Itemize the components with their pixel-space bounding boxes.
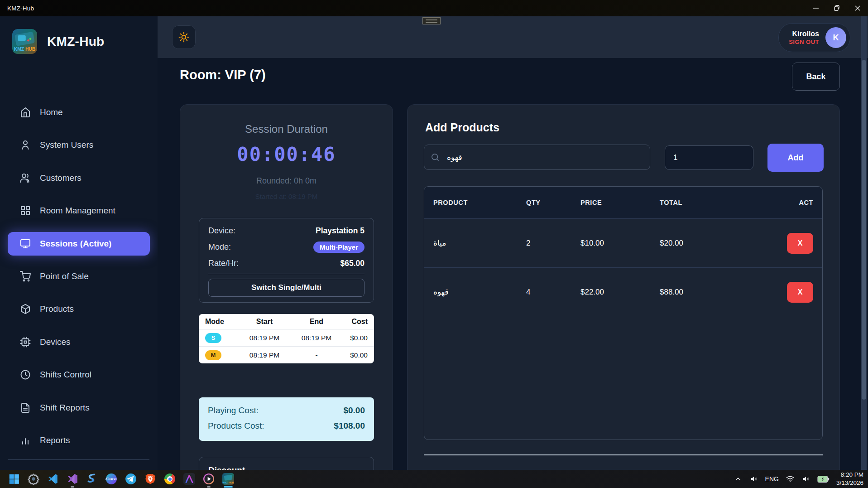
products-cost-value: $108.00	[334, 421, 365, 431]
product-qty: 2	[526, 239, 580, 248]
rate-value: $65.00	[340, 259, 364, 268]
remove-product-button[interactable]: X	[787, 282, 813, 303]
add-button[interactable]: Add	[767, 144, 824, 172]
remove-product-button[interactable]: X	[787, 233, 813, 254]
sidebar-nav: Home System Users Customers Room Managem…	[0, 101, 158, 461]
tray-chevron-up-icon[interactable]	[734, 474, 743, 483]
taskbar-icons: CanvaKMZ HUB	[8, 473, 234, 485]
search-icon	[431, 153, 440, 162]
product-qty: 4	[526, 288, 580, 297]
brave-icon[interactable]	[144, 473, 156, 485]
quantity-input[interactable]	[665, 145, 753, 170]
clock-icon	[20, 369, 31, 380]
products-cost-label: Products Cost:	[208, 421, 264, 431]
brand: KMZ HUB KMZ-Hub	[12, 29, 105, 54]
product-total: $88.00	[660, 288, 773, 297]
mode-history-table: Mode Start End Cost S 08:19 PM 08:19 PM …	[199, 314, 374, 363]
product-search-field[interactable]	[424, 145, 650, 170]
visual-studio-icon[interactable]	[67, 473, 78, 485]
running-indicator	[71, 486, 74, 488]
product-total: $20.00	[660, 239, 773, 248]
tray-language[interactable]: ENG	[765, 475, 779, 483]
home-icon	[20, 107, 31, 118]
restore-icon	[831, 3, 842, 14]
session-started-at: Started at: 08:19 PM	[180, 193, 393, 200]
kmz-hub-logo-icon: KMZ HUB	[12, 29, 37, 54]
topbar: Kirollos SIGN OUT K	[158, 16, 868, 58]
mode-type-badge: M	[205, 350, 221, 360]
discount-section: Discount	[199, 457, 374, 470]
monitor-icon	[20, 238, 31, 249]
start-icon[interactable]	[8, 473, 20, 485]
volume-icon[interactable]	[801, 474, 810, 483]
session-duration-title: Session Duration	[180, 123, 393, 135]
tray-speaker-icon[interactable]	[749, 474, 758, 483]
mode-type-badge: S	[205, 333, 221, 343]
back-button[interactable]: Back	[792, 63, 840, 91]
device-label: Device:	[208, 226, 235, 236]
mode-cost: $0.00	[342, 351, 368, 359]
products-table: PRODUCT QTY PRICE TOTAL ACT مياة 2 $10.0…	[424, 186, 823, 440]
product-row: قهوه 4 $22.00 $88.00 X	[424, 267, 822, 316]
wifi-icon[interactable]	[786, 474, 795, 483]
window-titlebar[interactable]: KMZ-Hub	[0, 0, 868, 16]
sign-out-button[interactable]: SIGN OUT	[789, 39, 819, 46]
add-products-title: Add Products	[425, 121, 499, 134]
close-button[interactable]	[847, 0, 868, 16]
tray-date: 3/13/2026	[836, 479, 863, 487]
sql-server-icon[interactable]	[86, 473, 98, 485]
summary-divider	[424, 454, 823, 455]
telegram-icon[interactable]	[125, 473, 137, 485]
sidebar-item-point-of-sale[interactable]: Point of Sale	[8, 265, 150, 288]
system-settings-icon[interactable]	[28, 473, 39, 485]
file-icon	[20, 402, 31, 413]
products-table-body: مياة 2 $10.00 $20.00 X قهوه 4 $22.00 $88…	[424, 219, 822, 316]
scrollbar-track[interactable]	[861, 16, 867, 470]
sidebar-item-products[interactable]: Products	[8, 297, 150, 321]
avatar[interactable]: K	[825, 27, 846, 48]
sidebar-item-customers[interactable]: Customers	[8, 166, 150, 190]
sidebar-item-sessions-active[interactable]: Sessions (Active)	[8, 232, 150, 256]
drag-handle[interactable]	[422, 17, 441, 24]
discount-title: Discount	[208, 465, 364, 470]
mode-table-row: M 08:19 PM - $0.00	[199, 346, 374, 363]
user-menu[interactable]: Kirollos SIGN OUT K	[778, 23, 850, 52]
running-indicator	[207, 486, 211, 488]
kmz-hub-app-icon[interactable]: KMZ HUB	[222, 473, 234, 485]
sidebar-item-reports[interactable]: Reports	[8, 429, 150, 452]
mode-start: 08:19 PM	[238, 351, 291, 359]
sidebar-item-home[interactable]: Home	[8, 101, 150, 124]
restore-button[interactable]	[826, 0, 847, 16]
search-input[interactable]	[446, 152, 643, 162]
window-controls	[806, 0, 868, 16]
theme-toggle-button[interactable]	[172, 25, 196, 49]
close-icon	[852, 3, 863, 14]
vscode-icon[interactable]	[47, 473, 59, 485]
session-rounded: Rounded: 0h 0m	[180, 176, 393, 186]
playing-cost-label: Playing Cost:	[208, 406, 259, 416]
canva-icon[interactable]: Canva	[106, 473, 117, 485]
window-title: KMZ-Hub	[7, 5, 34, 12]
panel-divider	[208, 274, 364, 274]
chrome-icon[interactable]	[164, 473, 176, 485]
tray-time: 8:20 PM	[836, 471, 863, 479]
sidebar-item-devices[interactable]: Devices	[8, 330, 150, 354]
sidebar-item-system-users[interactable]: System Users	[8, 133, 150, 157]
sidebar-item-shift-reports[interactable]: Shift Reports	[8, 396, 150, 420]
product-name: قهوه	[433, 287, 526, 297]
media-player-icon[interactable]	[203, 473, 215, 485]
scrollbar-thumb[interactable]	[862, 60, 866, 400]
sidebar-item-shifts-control[interactable]: Shifts Control	[8, 363, 150, 387]
users-icon	[20, 173, 31, 184]
switch-single-multi-button[interactable]: Switch Single/Multi	[208, 279, 364, 297]
clock[interactable]: 8:20 PM 3/13/2026	[836, 471, 863, 487]
battery-icon[interactable]	[817, 475, 830, 483]
graph-app-icon[interactable]	[183, 473, 195, 485]
device-info-panel: Device: Playstation 5 Mode: Multi-Player…	[199, 218, 374, 303]
svg-text:KMZ HUB: KMZ HUB	[223, 481, 234, 484]
rate-label: Rate/Hr:	[208, 259, 239, 268]
mode-label: Mode:	[208, 242, 231, 252]
sidebar-item-room-management[interactable]: Room Management	[8, 199, 150, 222]
box-icon	[20, 304, 31, 314]
minimize-button[interactable]	[806, 0, 826, 16]
